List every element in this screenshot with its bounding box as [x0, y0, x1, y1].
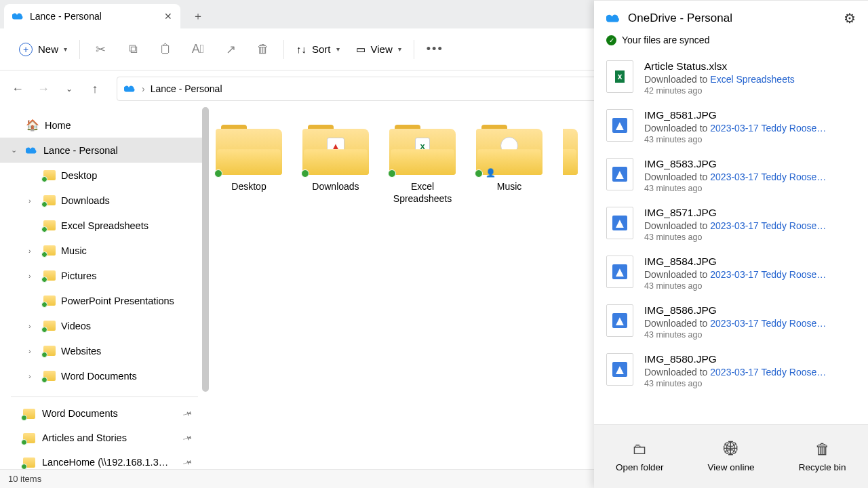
quick-access-item[interactable]: Articles and Stories📌︎: [0, 426, 209, 450]
folder-icon: [43, 346, 56, 356]
activity-item[interactable]: ▲ IMG_8586.JPG Downloaded to 2023-03-17 …: [595, 298, 867, 346]
close-icon[interactable]: ✕: [164, 11, 172, 22]
activity-item[interactable]: ▲ IMG_8583.JPG Downloaded to 2023-03-17 …: [595, 151, 867, 200]
activity-name: IMG_8580.JPG: [644, 353, 826, 365]
chevron-right-icon[interactable]: ›: [28, 372, 38, 380]
back-button[interactable]: ←: [9, 82, 26, 96]
qa-label: LanceHome (\\192.168.1.31) (L:): [42, 457, 171, 468]
more-button[interactable]: •••: [420, 42, 450, 56]
flyout-footer: 🗀 Open folder 🌐︎ View online 🗑︎ Recycle …: [594, 424, 868, 488]
chevron-right-icon[interactable]: ›: [28, 197, 38, 205]
copy-icon[interactable]: ⧉: [118, 36, 148, 63]
item-label: Downloads: [312, 180, 359, 192]
tree-child[interactable]: ›Websites: [0, 338, 209, 363]
chevron-right-icon[interactable]: ›: [28, 322, 38, 330]
activity-dest-link[interactable]: Excel Spreadsheets: [710, 74, 795, 85]
activity-dest-link[interactable]: 2023-03-17 Teddy Roose…: [710, 171, 826, 182]
recent-button[interactable]: ⌄: [61, 84, 77, 94]
activity-dest-link[interactable]: 2023-03-17 Teddy Roose…: [710, 367, 826, 378]
folder-item-cut[interactable]: [563, 125, 578, 205]
activity-time: 43 minutes ago: [644, 379, 826, 388]
tree-child[interactable]: ›Pictures: [0, 263, 209, 288]
tree-label: Home: [45, 120, 71, 131]
recycle-bin-button[interactable]: 🗑︎ Recycle bin: [776, 425, 868, 488]
folder-item[interactable]: ▲ Downloads: [302, 125, 369, 205]
activity-item[interactable]: ▲ IMG_8581.JPG Downloaded to 2023-03-17 …: [595, 102, 867, 151]
pin-icon[interactable]: 📌︎: [181, 431, 195, 445]
folder-icon: [43, 371, 56, 381]
activity-dest-link[interactable]: 2023-03-17 Teddy Roose…: [710, 220, 826, 231]
activity-item[interactable]: ▲ IMG_8571.JPG Downloaded to 2023-03-17 …: [595, 200, 867, 249]
foot-label: Recycle bin: [799, 462, 846, 472]
view-online-button[interactable]: 🌐︎ View online: [686, 425, 777, 488]
delete-icon[interactable]: 🗑︎: [248, 36, 278, 63]
chevron-right-icon[interactable]: ›: [28, 272, 38, 280]
foot-label: View online: [708, 462, 755, 472]
new-tab-button[interactable]: ＋: [187, 5, 209, 27]
chevron-down-icon: ▾: [336, 45, 340, 53]
up-button[interactable]: ↑: [87, 82, 103, 96]
tree-child[interactable]: ›Word Documents: [0, 363, 209, 388]
tree-home[interactable]: 🏠 Home: [0, 113, 209, 138]
pin-icon[interactable]: 📌︎: [181, 455, 195, 470]
folder-item[interactable]: 👤 Music: [476, 125, 542, 205]
pin-icon[interactable]: 📌︎: [181, 407, 195, 421]
folder-icon: [43, 296, 56, 306]
tab-active[interactable]: Lance - Personal ✕: [4, 4, 180, 28]
chevron-down-icon[interactable]: ⌄: [11, 146, 20, 155]
quick-access-item[interactable]: Word Documents📌︎: [0, 401, 209, 426]
view-button[interactable]: ▭ View ▾: [349, 43, 408, 56]
check-icon: ✓: [606, 35, 616, 45]
activity-dest-link[interactable]: 2023-03-17 Teddy Roose…: [710, 318, 826, 329]
folder-item[interactable]: Desktop: [216, 125, 282, 205]
chevron-down-icon: ▾: [64, 45, 67, 53]
cloud-icon: [12, 12, 24, 21]
activity-time: 42 minutes ago: [644, 86, 795, 96]
folder-icon: 🗀: [632, 441, 647, 458]
gear-icon[interactable]: ⚙: [844, 10, 856, 26]
activity-time: 43 minutes ago: [644, 281, 826, 291]
activity-item[interactable]: ▲ IMG_8584.JPG Downloaded to 2023-03-17 …: [595, 249, 867, 298]
image-file-icon: ▲: [606, 158, 633, 190]
tree-root[interactable]: ⌄ Lance - Personal: [0, 138, 209, 163]
tree-child[interactable]: ›Music: [0, 238, 209, 263]
chevron-right-icon[interactable]: ›: [28, 247, 38, 255]
tree-child[interactable]: PowerPoint Presentations: [0, 288, 209, 313]
cloud-icon: [606, 13, 621, 24]
tree-label: Music: [61, 245, 87, 256]
flyout-header: OneDrive - Personal ⚙: [594, 1, 868, 35]
paste-icon[interactable]: 📋︎: [151, 36, 180, 63]
folder-icon: [43, 170, 56, 180]
activity-item[interactable]: x Article Status.xlsx Downloaded to Exce…: [595, 54, 867, 102]
folder-icon: [23, 433, 35, 443]
globe-icon: 🌐︎: [724, 441, 738, 458]
rename-icon[interactable]: Aͦ: [183, 36, 213, 63]
activity-time: 43 minutes ago: [644, 135, 826, 144]
activity-dest-link[interactable]: 2023-03-17 Teddy Roose…: [710, 123, 826, 134]
open-folder-button[interactable]: 🗀 Open folder: [594, 425, 686, 488]
tree-label: PowerPoint Presentations: [61, 296, 174, 306]
activity-item[interactable]: ▲ IMG_8580.JPG Downloaded to 2023-03-17 …: [595, 346, 867, 395]
qa-label: Articles and Stories: [42, 432, 127, 443]
image-file-icon: ▲: [606, 207, 633, 239]
sort-button[interactable]: ↑↓ Sort ▾: [290, 43, 347, 55]
scrollbar[interactable]: [202, 107, 209, 392]
folder-icon: [216, 125, 282, 175]
activity-dest-link[interactable]: 2023-03-17 Teddy Roose…: [710, 269, 826, 280]
separator: [414, 40, 414, 59]
new-button[interactable]: + New ▾: [12, 39, 74, 60]
folder-icon: [43, 220, 56, 230]
folder-icon: [23, 458, 35, 468]
tree-child[interactable]: Desktop: [0, 163, 209, 188]
tree-child[interactable]: ›Videos: [0, 313, 209, 338]
sync-text: Your files are synced: [622, 35, 709, 45]
chevron-right-icon[interactable]: ›: [28, 347, 38, 355]
forward-button[interactable]: →: [35, 82, 52, 96]
cut-icon[interactable]: ✂: [85, 36, 115, 63]
folder-item[interactable]: x Excel Spreadsheets: [389, 125, 456, 205]
tree-child[interactable]: ›Downloads: [0, 188, 209, 213]
folder-icon: 👤: [476, 125, 542, 175]
share-icon[interactable]: ↗: [216, 36, 245, 63]
tree-child[interactable]: Excel Spreadsheets: [0, 213, 209, 238]
activity-sub: Downloaded to 2023-03-17 Teddy Roose…: [644, 318, 826, 329]
